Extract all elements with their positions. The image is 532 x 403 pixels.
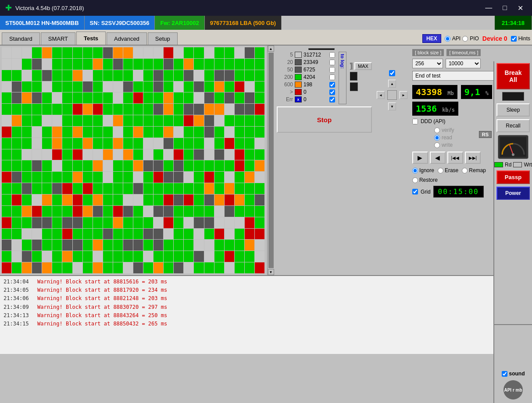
api-radio[interactable]: [445, 36, 450, 42]
map-cell: [154, 149, 163, 160]
rd-wrt-indicators: Rd Wrt: [494, 162, 532, 168]
break-all-button[interactable]: BreakAll: [496, 63, 530, 89]
map-cell: [52, 138, 62, 149]
map-cell: [204, 160, 214, 171]
nav-left-button[interactable]: ◄: [377, 91, 385, 99]
legend-check-200ms[interactable]: [329, 74, 335, 80]
map-cell: [204, 70, 214, 81]
map-cell: [154, 81, 163, 92]
sn-value: S2SVJ9DC500356: [101, 20, 150, 26]
read-radio[interactable]: [434, 135, 440, 141]
right-panel: [ End time ] ▲ ▼ [ Start LBA: ] [ End LB…: [274, 46, 503, 275]
map-cell: [174, 104, 183, 115]
map-cell: [32, 172, 42, 183]
map-cell: [32, 183, 42, 194]
map-cell: [133, 47, 143, 58]
rd-indicator: [494, 162, 503, 167]
map-cell: [174, 262, 183, 273]
scroll-up[interactable]: ▲: [268, 46, 274, 52]
legend-check-5ms[interactable]: [329, 52, 335, 58]
map-cell: [42, 104, 52, 115]
ignore-radio[interactable]: [412, 168, 418, 173]
tab-standard[interactable]: Standard: [2, 32, 40, 45]
map-cell: [62, 115, 72, 126]
ddd-checkbox[interactable]: [412, 119, 418, 124]
remap-option[interactable]: Remap: [462, 167, 486, 173]
erase-radio[interactable]: [438, 168, 443, 173]
map-cell: [93, 194, 103, 205]
rs-button[interactable]: RS: [479, 131, 492, 138]
map-cell: [52, 115, 62, 126]
map-cell: [93, 251, 103, 262]
tab-tests[interactable]: Tests: [76, 32, 106, 45]
scroll-down[interactable]: ▼: [268, 269, 274, 275]
map-cell: [73, 70, 82, 81]
map-cell: [174, 183, 183, 194]
map-cell: [133, 115, 143, 126]
legend-check-20ms[interactable]: [329, 60, 335, 65]
skip-back-button[interactable]: |◀◀: [447, 152, 463, 164]
to-log-button[interactable]: to log:: [339, 52, 346, 104]
block-size-select[interactable]: 256: [412, 59, 443, 68]
legend-600ms: 600 198: [280, 81, 335, 88]
nav-down-button[interactable]: ▼: [388, 103, 396, 110]
map-cell: [235, 59, 244, 70]
legend-check-50ms[interactable]: [329, 67, 335, 73]
map-scrollbar[interactable]: ▲ ▼: [267, 46, 274, 275]
map-cell: [73, 127, 82, 138]
back-button[interactable]: ◀: [430, 152, 446, 164]
remap-radio[interactable]: [462, 168, 468, 173]
map-cell: [235, 160, 244, 171]
minimize-button[interactable]: —: [482, 3, 496, 13]
tab-smart[interactable]: SMART: [41, 32, 75, 45]
map-cell: [164, 262, 173, 273]
timeout-select[interactable]: 10000: [446, 59, 481, 68]
legend-check-err[interactable]: [329, 97, 335, 103]
map-cell: [32, 251, 42, 262]
log-time: 21:34:05: [4, 286, 32, 294]
pio-radio[interactable]: [462, 36, 468, 42]
map-cell: [245, 47, 254, 58]
map-cell: [225, 138, 234, 149]
nav-right-button[interactable]: ►: [400, 91, 407, 99]
close-button[interactable]: ✕: [514, 3, 527, 13]
hints-checkbox[interactable]: [511, 36, 517, 42]
recall-button[interactable]: Recall: [496, 119, 530, 132]
scroll-thumb[interactable]: [268, 53, 274, 268]
write-radio[interactable]: [434, 142, 440, 148]
legend-check-gt[interactable]: [329, 89, 335, 95]
tab-setup[interactable]: Setup: [148, 32, 178, 45]
tab-advanced[interactable]: Advanced: [107, 32, 147, 45]
hex-button[interactable]: HEX: [422, 34, 441, 43]
map-grid: [2, 47, 272, 273]
play-button[interactable]: ▶: [412, 152, 428, 164]
map-cell: [103, 127, 113, 138]
map-cell: [42, 70, 52, 81]
nav-up-button[interactable]: ▲: [388, 80, 396, 88]
erase-option[interactable]: Erase: [438, 167, 458, 173]
map-container: ▲ ▼: [0, 46, 274, 275]
api-label: API: [452, 35, 461, 42]
write-option[interactable]: write: [434, 142, 500, 148]
nav-checkbox[interactable]: [389, 70, 395, 76]
power-button[interactable]: Power: [496, 187, 530, 200]
title-bar-controls: — □ ✕: [482, 3, 527, 13]
grid-checkbox[interactable]: [412, 189, 418, 194]
verify-radio[interactable]: [434, 127, 440, 133]
ignore-option[interactable]: Ignore: [412, 167, 434, 173]
sleep-button[interactable]: Sleep: [496, 103, 530, 117]
restore-radio[interactable]: [412, 177, 418, 183]
stop-button[interactable]: Stop: [277, 106, 372, 133]
restore-option[interactable]: Restore: [412, 177, 438, 183]
maximize-button[interactable]: □: [499, 3, 511, 13]
legend-check-600ms[interactable]: [329, 82, 335, 88]
kbs-label: kb/s: [442, 107, 455, 113]
max-button[interactable]: MAX: [354, 62, 372, 70]
map-cell: [2, 194, 11, 205]
end-of-test-select[interactable]: End of test: [412, 71, 500, 81]
map-cell: [235, 229, 244, 240]
map-cell: [164, 70, 173, 81]
skip-forward-button[interactable]: ▶▶|: [465, 152, 481, 164]
map-cell: [2, 206, 11, 217]
passp-button[interactable]: Passp: [496, 170, 530, 184]
